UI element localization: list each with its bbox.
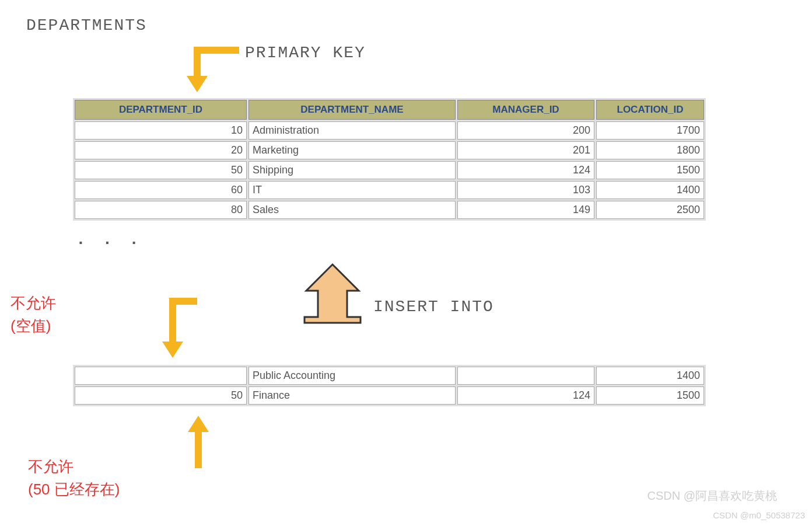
cell-dept-name: Public Accounting <box>249 367 456 385</box>
insert-into-label: INSERT INTO <box>373 298 494 316</box>
cell-loc-id: 1800 <box>596 141 704 159</box>
cell-dept-name: Administration <box>249 121 456 140</box>
primary-key-label: PRIMARY KEY <box>245 44 366 62</box>
table-row: 50 Shipping 124 1500 <box>75 161 704 179</box>
arrow-down-icon <box>162 298 197 362</box>
not-allowed-null-label: 不允许 (空值) <box>10 292 56 337</box>
cell-mgr-id: 124 <box>457 161 594 179</box>
cell-mgr-id <box>457 367 594 385</box>
cell-dept-id: 60 <box>75 181 247 199</box>
cell-loc-id: 1500 <box>596 161 704 179</box>
cell-dept-name: Shipping <box>249 161 456 179</box>
table-row: 10 Administration 200 1700 <box>75 121 704 140</box>
arrow-up-big-icon <box>298 262 368 331</box>
not-allowed-duplicate-label: 不允许 (50 已经存在) <box>28 455 120 501</box>
table-row: 20 Marketing 201 1800 <box>75 141 704 159</box>
header-mgr-id: MANAGER_ID <box>457 100 594 120</box>
table-header-row: DEPARTMENT_ID DEPARTMENT_NAME MANAGER_ID… <box>75 100 704 120</box>
header-loc-id: LOCATION_ID <box>596 100 704 120</box>
text-line: 不允许 <box>28 458 74 475</box>
insert-rows-table: Public Accounting 1400 50 Finance 124 15… <box>73 365 706 406</box>
header-dept-name: DEPARTMENT_NAME <box>249 100 456 120</box>
cell-mgr-id: 149 <box>457 201 594 219</box>
cell-dept-id <box>75 367 247 385</box>
watermark-text: CSDN @m0_50538723 <box>713 510 805 520</box>
cell-dept-id: 80 <box>75 201 247 219</box>
cell-dept-name: Marketing <box>249 141 456 159</box>
table-row: 50 Finance 124 1500 <box>75 386 704 405</box>
page-title: DEPARTMENTS <box>26 16 147 34</box>
cell-dept-id: 50 <box>75 386 247 405</box>
ellipsis-text: . . . <box>76 231 142 249</box>
cell-loc-id: 1500 <box>596 386 704 405</box>
cell-mgr-id: 201 <box>457 141 594 159</box>
table-row: Public Accounting 1400 <box>75 367 704 385</box>
table-row: 60 IT 103 1400 <box>75 181 704 199</box>
cell-loc-id: 1400 <box>596 367 704 385</box>
cell-dept-name: Sales <box>249 201 456 219</box>
text-line: (空值) <box>10 317 51 335</box>
cell-dept-name: Finance <box>249 386 456 405</box>
cell-dept-id: 10 <box>75 121 247 140</box>
departments-table: DEPARTMENT_ID DEPARTMENT_NAME MANAGER_ID… <box>73 98 706 221</box>
arrow-down-icon <box>187 47 239 96</box>
cell-mgr-id: 103 <box>457 181 594 199</box>
cell-dept-name: IT <box>249 181 456 199</box>
cell-mgr-id: 124 <box>457 386 594 405</box>
header-dept-id: DEPARTMENT_ID <box>75 100 247 120</box>
cell-loc-id: 1700 <box>596 121 704 140</box>
cell-loc-id: 2500 <box>596 201 704 219</box>
cell-loc-id: 1400 <box>596 181 704 199</box>
cell-mgr-id: 200 <box>457 121 594 140</box>
table-row: 80 Sales 149 2500 <box>75 201 704 219</box>
arrow-up-icon <box>188 416 209 468</box>
text-line: 不允许 <box>10 294 56 312</box>
watermark-text: CSDN @阿昌喜欢吃黄桃 <box>647 488 777 504</box>
text-line: (50 已经存在) <box>28 480 120 498</box>
cell-dept-id: 50 <box>75 161 247 179</box>
cell-dept-id: 20 <box>75 141 247 159</box>
